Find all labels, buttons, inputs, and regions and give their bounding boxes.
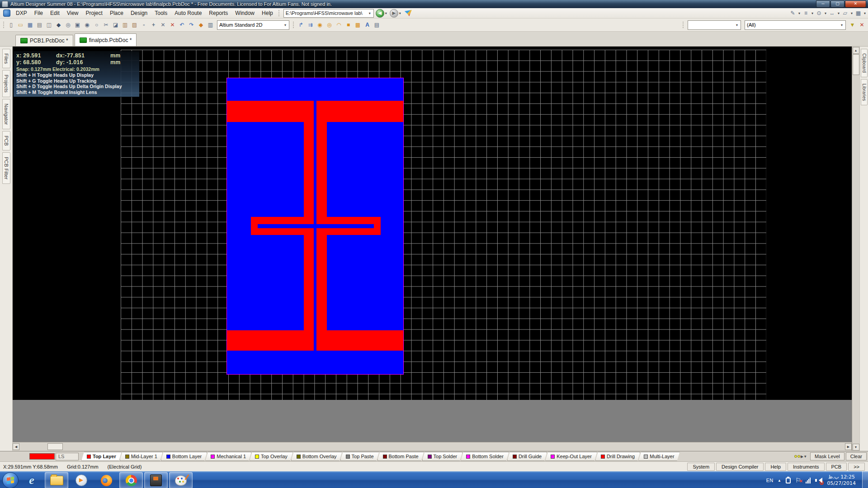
layer-tab-multi-layer[interactable]: Multi-Layer [638,452,679,461]
panel-tab-navigator[interactable]: Navigator [2,99,10,129]
utilities-icon[interactable] [788,9,797,18]
status-button-pcb[interactable]: PCB [826,463,847,471]
grid-properties-icon[interactable] [854,9,863,18]
zoom-all-icon[interactable] [63,20,73,30]
status-button-design-compiler[interactable]: Design Compiler [716,463,764,471]
place-arc-icon[interactable] [334,20,344,30]
menu-design[interactable]: Design [127,9,151,17]
doc-tab-finalpcb[interactable]: finalpcb.PcbDoc * [75,33,137,46]
grid-properties-dropdown-icon[interactable]: ▾ [863,11,867,15]
address-dropdown-icon[interactable]: ▾ [368,11,372,15]
panel-tab-clipboard[interactable]: Clipboard [861,49,868,77]
taskbar-item-paint[interactable] [169,472,193,488]
utilities-dropdown-icon[interactable]: ▾ [797,11,801,15]
filter-history-combo[interactable]: ▾ [688,20,741,30]
move-selection-icon[interactable] [149,20,158,30]
zoom-area-icon[interactable] [73,20,82,30]
find-selection-icon[interactable] [814,9,824,18]
scroll-left-icon[interactable]: ◀ [13,443,19,450]
layer-tab-mechanical-1[interactable]: Mechanical 1 [205,452,251,461]
scroll-right-icon[interactable]: ▶ [845,443,852,450]
place-string-icon[interactable] [363,20,372,30]
pcb-editor-canvas[interactable]: x: 29.591 dx:-77.851 mm y: 68.580 dy: -1… [13,47,852,451]
layer-tab-bottom-overlay[interactable]: Bottom Overlay [291,452,342,461]
mask-level-button[interactable]: Mask Level [810,452,844,460]
tray-clock[interactable]: 12:25 ب.ظ 05/27/2014 [827,474,856,487]
room-icon[interactable] [840,9,850,18]
browse-document-icon[interactable] [54,20,63,30]
interactive-diff-routing-icon[interactable] [306,20,315,30]
select-area-icon[interactable] [139,20,149,30]
view-configuration-dropdown-icon[interactable]: ▾ [283,23,287,27]
redo-icon[interactable] [187,20,196,30]
filter-clear-icon[interactable] [857,20,867,30]
layer-tab-keep-out-layer[interactable]: Keep-Out Layer [545,452,597,461]
menu-place[interactable]: Place [106,9,127,17]
layer-tab-mid-layer-1[interactable]: Mid-Layer 1 [120,452,163,461]
paste-array-icon[interactable] [130,20,139,30]
language-indicator[interactable]: EN [766,478,773,483]
status-button-more[interactable]: >> [848,463,865,471]
show-desktop-button[interactable] [862,471,868,488]
taskbar-item-internet-explorer[interactable]: e [20,472,43,488]
layer-tab-drill-drawing[interactable]: Drill Drawing [595,452,640,461]
new-document-icon[interactable] [6,20,16,30]
forward-button[interactable]: ▶ [390,9,398,18]
print-preview-icon[interactable] [44,20,54,30]
filter-scope-dropdown-icon[interactable]: ▾ [840,23,844,27]
safely-remove-hardware-icon[interactable] [786,478,791,483]
align-icon[interactable] [801,9,811,18]
layer-tab-bottom-paste[interactable]: Bottom Paste [377,452,424,461]
zoom-pointer-icon[interactable] [92,20,101,30]
browse-components-icon[interactable] [206,20,215,30]
panel-tab-projects[interactable]: Projects [2,70,10,97]
copy-icon[interactable] [111,20,120,30]
start-button[interactable] [2,472,19,488]
menu-dxp[interactable]: DXP [12,9,31,17]
network-signal-icon[interactable] [806,478,811,483]
interactive-routing-icon[interactable] [296,20,306,30]
layer-tab-bottom-layer[interactable]: Bottom Layer [161,452,207,461]
print-icon[interactable] [35,20,44,30]
close-button[interactable]: ✕ [845,0,866,8]
place-fill-icon[interactable] [344,20,353,30]
status-button-help[interactable]: Help [765,463,786,471]
doc-tab-pcb1[interactable]: PCB1.PcbDoc * [15,35,73,46]
dimension-icon[interactable] [827,9,837,18]
status-button-instruments[interactable]: Instruments [788,463,824,471]
menu-help[interactable]: Help [258,9,277,17]
filter-scope-combo[interactable]: (All) ▾ [745,20,846,30]
layer-tab-bottom-solder[interactable]: Bottom Solder [461,452,509,461]
paste-icon[interactable] [120,20,130,30]
cross-probe-icon[interactable] [196,20,206,30]
vertical-scroll-thumb[interactable] [853,54,859,75]
minimize-button[interactable]: ─ [816,0,830,8]
menu-auto-route[interactable]: Auto Route [171,9,205,17]
layer-tab-top-paste[interactable]: Top Paste [340,452,379,461]
volume-muted-icon[interactable] [815,477,823,484]
menu-tools[interactable]: Tools [151,9,171,17]
mask-filter-icon[interactable]: ▶▼ [793,455,809,459]
place-polygon-icon[interactable] [353,20,363,30]
undo-icon[interactable] [177,20,187,30]
panel-tab-libraries[interactable]: Libraries [861,79,868,105]
scroll-down-icon[interactable]: ▼ [853,444,859,450]
place-component-icon[interactable] [372,20,382,30]
back-dropdown-icon[interactable]: ▾ [384,11,388,15]
status-button-system[interactable]: System [687,463,715,471]
taskbar-item-firefox[interactable] [94,472,118,488]
filter-history-dropdown-icon[interactable]: ▾ [735,23,739,27]
zoom-selected-icon[interactable] [82,20,92,30]
back-button[interactable]: ◀ [376,9,384,18]
open-document-icon[interactable] [16,20,25,30]
layer-tab-top-layer[interactable]: Top Layer [81,452,122,461]
clear-button[interactable]: Clear [846,452,867,460]
menu-edit[interactable]: Edit [47,9,63,17]
forward-dropdown-icon[interactable]: ▾ [398,11,402,15]
horizontal-scrollbar[interactable]: ◀ ▶ [13,442,852,451]
panel-tab-pcb[interactable]: PCB [2,131,10,150]
place-via-icon[interactable] [325,20,334,30]
menu-file[interactable]: File [31,9,47,17]
taskbar-item-chrome[interactable] [119,472,143,488]
menu-view[interactable]: View [63,9,82,17]
